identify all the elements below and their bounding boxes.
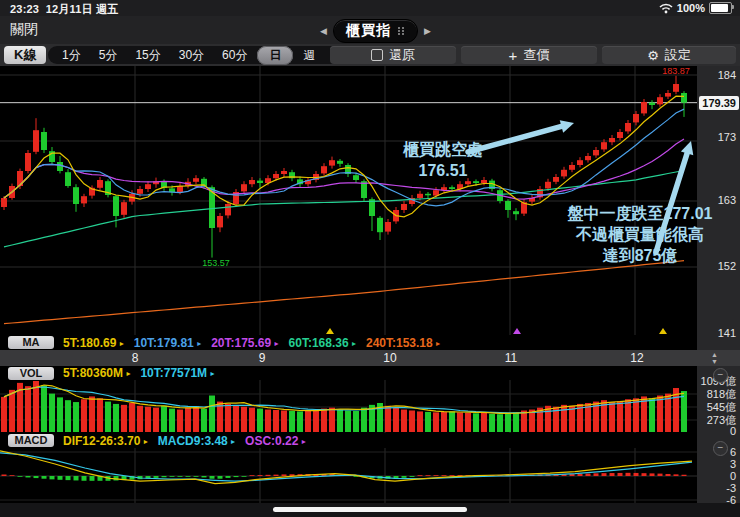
- macd-chart[interactable]: [0, 448, 697, 503]
- ma-info-row: MA 5T:180.69 ▸10T:179.81 ▸20T:175.69 ▸60…: [0, 335, 697, 350]
- vol-values: 5T:80360M ▸10T:77571M ▸: [63, 366, 214, 380]
- battery-percent: 100%: [677, 2, 705, 14]
- volume-chart[interactable]: [0, 380, 697, 433]
- plus-icon: +: [509, 47, 518, 64]
- axis-label: 152: [718, 260, 736, 272]
- annotation-line: 不過櫃買量能很高: [568, 224, 713, 245]
- trend-arrow-icon: ▸: [144, 437, 148, 446]
- status-bar: 23:23 12月11日 週五 100%: [0, 0, 740, 16]
- clock-and-date: 23:23 12月11日 週五: [10, 2, 118, 17]
- symbol-switcher: ◀ 櫃買指 ▶: [318, 19, 433, 43]
- high-price-marker: 183.87: [662, 66, 690, 76]
- ma-offscreen-caret: [326, 328, 334, 334]
- query-price-label: 查價: [523, 46, 549, 64]
- restore-button[interactable]: 還原: [330, 46, 456, 64]
- low-price-marker: 153.57: [202, 258, 230, 268]
- vol-info-row: VOL 5T:80360M ▸10T:77571M ▸: [0, 366, 697, 380]
- axis-label: 184: [718, 69, 736, 81]
- x-axis-label: 8: [132, 351, 139, 365]
- annotation-dip: 盤中一度跌至177.01不過櫃買量能很高達到875億: [568, 203, 713, 266]
- symbol-title-pill[interactable]: 櫃買指: [333, 19, 418, 43]
- macd-chip-button[interactable]: MACD: [8, 434, 54, 447]
- period-button-日[interactable]: 日: [257, 46, 293, 65]
- trend-arrow-icon: ▸: [197, 339, 201, 348]
- indicator-value: 5T:180.69 ▸: [63, 336, 124, 350]
- axis-scale-control[interactable]: ▲▼: [711, 351, 718, 365]
- period-button-1分[interactable]: 1分: [54, 46, 89, 65]
- next-symbol-icon[interactable]: ▶: [422, 22, 433, 40]
- toolbar: K線 1分5分15分30分60分日週月 還原 + 查價 ⚙ 設定: [0, 44, 740, 67]
- period-button-週[interactable]: 週: [295, 46, 323, 65]
- axis-label: 6: [730, 446, 736, 458]
- axis-label: 3: [730, 458, 736, 470]
- axis-label: 141: [718, 327, 736, 339]
- home-indicator[interactable]: [273, 507, 467, 512]
- collapse-panel-icon[interactable]: −: [713, 368, 728, 383]
- axis-label: -3: [726, 482, 736, 494]
- volume-svg: [0, 380, 697, 433]
- settings-button[interactable]: ⚙ 設定: [602, 46, 736, 64]
- indicator-value: 240T:153.18 ▸: [366, 336, 440, 350]
- indicator-value: 10T:179.81 ▸: [134, 336, 201, 350]
- annotation-line: 櫃買跳空處: [403, 139, 483, 160]
- current-price-label: 179.39: [699, 96, 739, 110]
- period-button-15分[interactable]: 15分: [127, 46, 168, 65]
- page-title: 櫃買指: [346, 22, 391, 40]
- x-axis-label: 11: [505, 351, 517, 365]
- period-button-5分[interactable]: 5分: [91, 46, 126, 65]
- candlestick-chart[interactable]: 183.87153.57櫃買跳空處176.51盤中一度跌至177.01不過櫃買量…: [0, 66, 697, 335]
- x-axis-label: 12: [630, 351, 643, 365]
- status-time: 23:23: [10, 3, 39, 15]
- prev-symbol-icon[interactable]: ◀: [318, 22, 329, 40]
- indicator-value: DIF12-26:3.70 ▸: [63, 434, 148, 448]
- ma-chip-button[interactable]: MA: [8, 336, 54, 349]
- trend-arrow-icon: ▸: [352, 339, 356, 348]
- navbar: 關閉 ◀ 櫃買指 ▶: [0, 16, 740, 45]
- trend-arrow-icon: ▸: [302, 437, 306, 446]
- symbol-list-icon: [398, 27, 405, 35]
- axis-label: 173: [718, 131, 736, 143]
- trend-arrow-icon: ▸: [275, 339, 279, 348]
- annotation-line: 盤中一度跌至177.01: [568, 203, 713, 224]
- trend-arrow-icon: ▸: [126, 369, 130, 378]
- collapse-panel-icon[interactable]: −: [713, 441, 728, 456]
- period-button-30分[interactable]: 30分: [171, 46, 212, 65]
- status-indicators: 100%: [659, 2, 732, 14]
- query-price-button[interactable]: + 查價: [461, 46, 597, 64]
- period-button-60分[interactable]: 60分: [214, 46, 255, 65]
- annotation-gap: 櫃買跳空處176.51: [403, 139, 483, 181]
- settings-label: 設定: [665, 46, 691, 64]
- x-axis-label: 9: [259, 351, 266, 365]
- trend-arrow-icon: ▸: [210, 369, 214, 378]
- close-button[interactable]: 關閉: [10, 21, 38, 39]
- ma-values: 5T:180.69 ▸10T:179.81 ▸20T:175.69 ▸60T:1…: [63, 336, 440, 350]
- macd-svg: [0, 448, 697, 503]
- annotation-line: 176.51: [403, 160, 483, 181]
- app-screen: 23:23 12月11日 週五 100% 關閉 ◀ 櫃買指 ▶ K線 1分5分: [0, 0, 740, 517]
- indicator-value: MACD9:3.48 ▸: [158, 434, 235, 448]
- ma-offscreen-caret: [513, 328, 521, 334]
- trend-arrow-icon: ▸: [436, 339, 440, 348]
- gear-icon: ⚙: [647, 48, 659, 63]
- vol-chip-button[interactable]: VOL: [8, 367, 54, 380]
- right-axis-column: 1841731631521411090億818億545億273億0630-3-6…: [697, 66, 740, 503]
- axis-label: -6: [726, 494, 736, 506]
- period-selector: 1分5分15分30分60分日週月: [48, 46, 359, 64]
- trend-arrow-icon: ▸: [120, 339, 124, 348]
- indicator-value: 10T:77571M ▸: [140, 366, 214, 380]
- indicator-value: 20T:175.69 ▸: [211, 336, 278, 350]
- x-axis-label: 10: [383, 351, 396, 365]
- kline-button[interactable]: K線: [4, 46, 46, 64]
- ma-offscreen-caret: [659, 328, 667, 334]
- battery-icon: [709, 2, 732, 14]
- restore-checkbox[interactable]: [371, 49, 383, 61]
- annotation-arrowhead: [560, 120, 574, 133]
- candles-svg: 183.87153.57: [0, 66, 697, 335]
- wifi-icon: [659, 3, 673, 14]
- axis-label: 0: [730, 470, 736, 482]
- annotation-arrowhead: [681, 141, 693, 155]
- x-axis-strip: ▲▼ 89101112: [0, 350, 740, 366]
- axis-label: 0: [730, 425, 736, 437]
- indicator-value: 5T:80360M ▸: [63, 366, 130, 380]
- annotation-line: 達到875億: [568, 245, 713, 266]
